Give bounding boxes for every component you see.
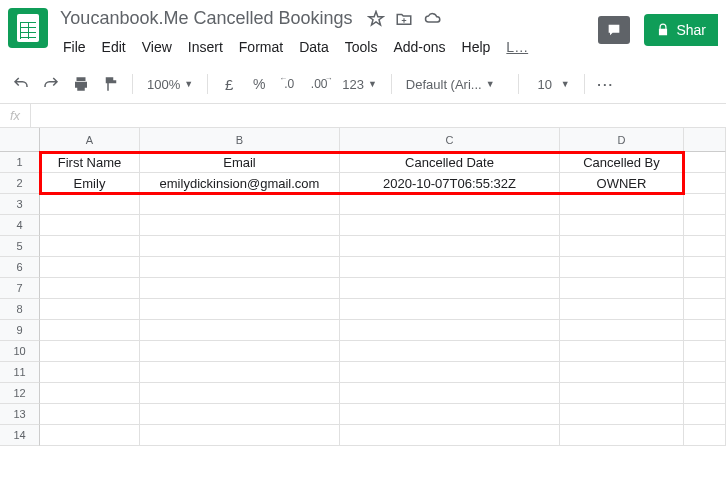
- cell[interactable]: [684, 152, 726, 173]
- cell[interactable]: [560, 299, 684, 320]
- row-header[interactable]: 7: [0, 278, 40, 299]
- cell[interactable]: [560, 278, 684, 299]
- row-header[interactable]: 10: [0, 341, 40, 362]
- cell[interactable]: [340, 404, 560, 425]
- menu-edit[interactable]: Edit: [95, 35, 133, 59]
- col-header-d[interactable]: D: [560, 128, 684, 152]
- cell[interactable]: [40, 278, 140, 299]
- cell[interactable]: [140, 278, 340, 299]
- row-header[interactable]: 4: [0, 215, 40, 236]
- percent-button[interactable]: %: [246, 71, 272, 97]
- star-icon[interactable]: [367, 10, 385, 28]
- cell[interactable]: [40, 194, 140, 215]
- cell[interactable]: [684, 299, 726, 320]
- cell[interactable]: [560, 215, 684, 236]
- cell[interactable]: [340, 383, 560, 404]
- formula-input[interactable]: [31, 104, 726, 127]
- cell[interactable]: [140, 362, 340, 383]
- cell[interactable]: [684, 383, 726, 404]
- redo-button[interactable]: [38, 71, 64, 97]
- more-formats-dropdown[interactable]: 123▼: [336, 71, 383, 97]
- cell[interactable]: [40, 362, 140, 383]
- row-header[interactable]: 14: [0, 425, 40, 446]
- increase-decimal-button[interactable]: .00→: [306, 71, 332, 97]
- cell[interactable]: [684, 194, 726, 215]
- cell[interactable]: [684, 425, 726, 446]
- cell[interactable]: [340, 299, 560, 320]
- cell[interactable]: [684, 341, 726, 362]
- cell[interactable]: [340, 425, 560, 446]
- cell[interactable]: [140, 194, 340, 215]
- undo-button[interactable]: [8, 71, 34, 97]
- cell[interactable]: [140, 236, 340, 257]
- cell[interactable]: [560, 383, 684, 404]
- row-header[interactable]: 8: [0, 299, 40, 320]
- col-header-a[interactable]: A: [40, 128, 140, 152]
- cell[interactable]: [684, 278, 726, 299]
- cell[interactable]: [560, 194, 684, 215]
- cell[interactable]: [340, 257, 560, 278]
- cell[interactable]: [40, 383, 140, 404]
- cell[interactable]: [560, 236, 684, 257]
- cell[interactable]: [40, 341, 140, 362]
- cell[interactable]: [140, 341, 340, 362]
- document-title[interactable]: Youcanbook.Me Cancelled Bookings: [56, 6, 357, 31]
- cell[interactable]: [140, 383, 340, 404]
- cell[interactable]: [40, 404, 140, 425]
- cell-b1[interactable]: Email: [140, 152, 340, 173]
- cell[interactable]: [40, 299, 140, 320]
- row-header[interactable]: 1: [0, 152, 40, 173]
- cell[interactable]: [340, 215, 560, 236]
- row-header[interactable]: 2: [0, 173, 40, 194]
- cell[interactable]: [40, 320, 140, 341]
- fontsize-dropdown[interactable]: 10▼: [527, 71, 576, 97]
- cell[interactable]: [40, 425, 140, 446]
- paint-format-button[interactable]: [98, 71, 124, 97]
- zoom-dropdown[interactable]: 100%▼: [141, 71, 199, 97]
- row-header[interactable]: 12: [0, 383, 40, 404]
- menu-file[interactable]: File: [56, 35, 93, 59]
- cell[interactable]: [340, 236, 560, 257]
- menu-tools[interactable]: Tools: [338, 35, 385, 59]
- cell[interactable]: [140, 425, 340, 446]
- more-toolbar-icon[interactable]: ···: [593, 71, 619, 97]
- cell[interactable]: [684, 320, 726, 341]
- row-header[interactable]: 9: [0, 320, 40, 341]
- cell[interactable]: [140, 257, 340, 278]
- cell-a2[interactable]: Emily: [40, 173, 140, 194]
- decrease-decimal-button[interactable]: .0←: [276, 71, 302, 97]
- cell-a1[interactable]: First Name: [40, 152, 140, 173]
- menu-view[interactable]: View: [135, 35, 179, 59]
- cell[interactable]: [40, 215, 140, 236]
- cell[interactable]: [40, 236, 140, 257]
- cell[interactable]: [40, 257, 140, 278]
- cell[interactable]: [340, 362, 560, 383]
- cell[interactable]: [140, 320, 340, 341]
- row-header[interactable]: 11: [0, 362, 40, 383]
- cloud-icon[interactable]: [423, 10, 443, 28]
- cell[interactable]: [684, 257, 726, 278]
- cell[interactable]: [340, 194, 560, 215]
- spreadsheet-grid[interactable]: A B C D 1 First Name Email Cancelled Dat…: [0, 128, 726, 446]
- cell[interactable]: [684, 173, 726, 194]
- cell[interactable]: [340, 341, 560, 362]
- cell-d2[interactable]: OWNER: [560, 173, 684, 194]
- sheets-logo[interactable]: [8, 8, 48, 48]
- cell[interactable]: [560, 257, 684, 278]
- share-button[interactable]: Shar: [644, 14, 718, 46]
- font-dropdown[interactable]: Default (Ari...▼: [400, 71, 510, 97]
- cell[interactable]: [684, 215, 726, 236]
- move-icon[interactable]: [395, 10, 413, 28]
- menu-help[interactable]: Help: [455, 35, 498, 59]
- cell[interactable]: [340, 320, 560, 341]
- cell[interactable]: [140, 404, 340, 425]
- cell-c2[interactable]: 2020-10-07T06:55:32Z: [340, 173, 560, 194]
- col-header-e[interactable]: [684, 128, 726, 152]
- row-header[interactable]: 13: [0, 404, 40, 425]
- cell[interactable]: [340, 278, 560, 299]
- cell[interactable]: [140, 215, 340, 236]
- cell-b2[interactable]: emilydickinsion@gmail.com: [140, 173, 340, 194]
- cell-d1[interactable]: Cancelled By: [560, 152, 684, 173]
- cell[interactable]: [560, 362, 684, 383]
- cell[interactable]: [560, 425, 684, 446]
